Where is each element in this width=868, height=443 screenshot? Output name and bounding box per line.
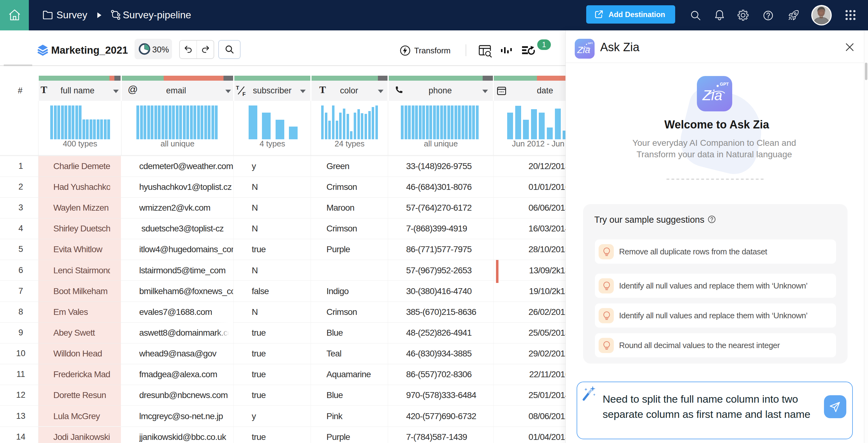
svg-text:Zia: Zia: [577, 45, 590, 55]
svg-text:Zia: Zia: [702, 87, 722, 103]
svg-text:GPT: GPT: [588, 42, 593, 45]
svg-text:GPT: GPT: [720, 82, 729, 87]
svg-text:F: F: [242, 91, 246, 97]
svg-text:T: T: [236, 85, 239, 91]
